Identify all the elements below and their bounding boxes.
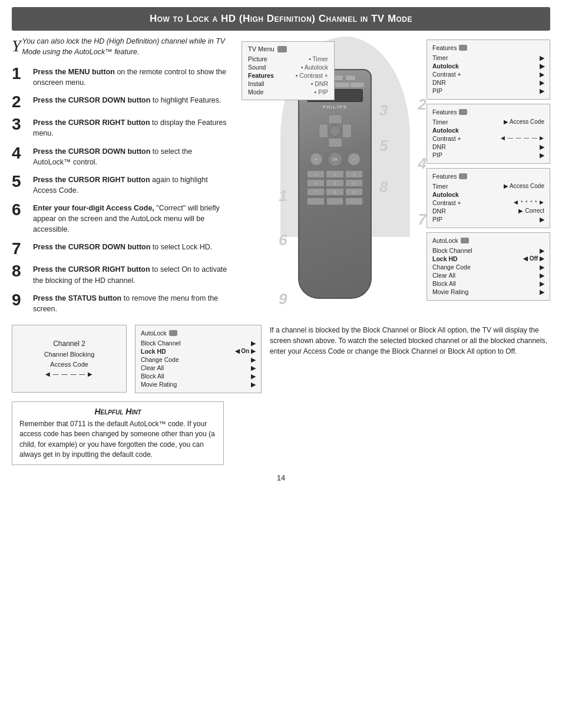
hint-title: Helpful Hint [19, 407, 216, 416]
fp1-row-pip: PIP▶ [432, 87, 544, 95]
remote-small-3 [335, 83, 349, 87]
fp1-contrast-arrow: ▶ [540, 71, 544, 78]
cb-label1: Channel Blocking [21, 351, 118, 358]
al1-label: AutoLock [432, 237, 458, 244]
fp2-dnr-arrow: ▶ [540, 143, 544, 150]
tv-row-right-3: • Contrast + [296, 72, 328, 79]
step-number-5: 5 [12, 173, 28, 190]
fp3-timer: Timer [432, 183, 448, 190]
al1-mr-arrow: ▶ [540, 288, 544, 295]
al1-clear-all: Clear All▶ [432, 271, 544, 279]
page-header: How to Lock a HD (High Definition) Chann… [12, 7, 550, 31]
left-column: Y You can also lock the HD (High Definit… [12, 37, 230, 320]
fp2-dnr: DNR [432, 143, 446, 150]
fp2-timer-val: ▶ Access Code [504, 118, 544, 126]
bottom-section: Channel 2 Channel Blocking Access Code ◀… [0, 320, 562, 393]
cb-label2: Access Code [21, 361, 118, 368]
al1-ca-label: Clear All [432, 272, 455, 279]
al2-lh-label: Lock HD [141, 348, 166, 355]
step-number-7: 7 [12, 241, 28, 257]
remote-vol-down: − [348, 153, 361, 166]
step-7-rest: to select Lock HD. [153, 243, 212, 251]
al1-lh-val: ◀ Off ▶ [523, 255, 544, 262]
step-number-2: 2 [12, 94, 28, 110]
fp2-row-dnr: DNR▶ [432, 143, 544, 151]
fp3-dnr: DNR [432, 207, 446, 215]
fp3-row-autolock: Autolock [432, 190, 544, 199]
al2-mr-label: Movie Rating [141, 381, 177, 388]
al2-title: AutoLock [141, 330, 256, 337]
step-number-1: 1 [12, 65, 28, 82]
features-panel-2: Features Timer▶ Access Code Autolock Con… [427, 104, 550, 164]
right-panels: Features Timer▶ Autolock▶ Contrast +▶ DN… [427, 39, 550, 301]
step-5: 5 Press the CURSOR RIGHT button again to… [12, 173, 230, 196]
fp3-label: Features [432, 173, 457, 180]
intro-body: You can also lock the HD (High Definitio… [22, 37, 226, 56]
step-1-bold: Press the MENU button [33, 68, 115, 76]
al2-block-channel: Block Channel▶ [141, 339, 256, 347]
num-4: 4 [307, 179, 325, 187]
channel-block-panel: Channel 2 Channel Blocking Access Code ◀… [12, 325, 127, 393]
step-text-9: Press the STATUS button to remove the me… [33, 292, 230, 314]
al2-cc-arrow: ▶ [251, 356, 256, 363]
fp3-contrast: Contrast + [432, 199, 461, 206]
fp1-autolock-arrow: ▶ [540, 62, 544, 70]
autolock-panel-2: AutoLock Block Channel▶ Lock HD ◀ On ▶ C… [135, 325, 262, 393]
al1-cc-label: Change Code [432, 263, 471, 271]
step-4-bold: Press the CURSOR DOWN button [33, 147, 150, 156]
diag-step-4: 4 [418, 154, 427, 173]
fp2-autolock: Autolock [432, 127, 459, 134]
al2-block-all: Block All▶ [141, 372, 256, 380]
fp2-row-timer: Timer▶ Access Code [432, 118, 544, 126]
fp1-icon [459, 45, 467, 51]
diag-step-3: 3 [379, 101, 388, 120]
num-8: 8 [326, 188, 343, 196]
fp3-pip-arrow: ▶ [540, 216, 544, 223]
fp3-row-pip: PIP▶ [432, 215, 544, 223]
features-panel-3: Features Timer▶ Access Code Autolock Con… [427, 168, 550, 228]
diag-step-9: 9 [279, 290, 287, 308]
fp1-autolock: Autolock [432, 62, 459, 70]
autolock-panel-1: AutoLock Block Channel▶ Lock HD ◀ Off ▶ … [427, 232, 550, 301]
al1-lock-hd: Lock HD ◀ Off ▶ [432, 255, 544, 263]
tv-menu-row-1: Picture • Timer [248, 55, 328, 63]
fp1-dnr-arrow: ▶ [540, 79, 544, 86]
al1-block-channel: Block Channel▶ [432, 246, 544, 255]
step-text-2: Press the CURSOR DOWN button to highligh… [33, 94, 222, 106]
step-text-8: Press the CURSOR RIGHT button to select … [33, 263, 230, 285]
tv-row-right-2: • Autolock [301, 64, 328, 71]
remote-btn-status [307, 197, 324, 205]
tv-menu-row-4: Install • DNR [248, 80, 328, 88]
tv-menu-row-2: Sound • Autolock [248, 63, 328, 71]
fp1-row-dnr: DNR▶ [432, 78, 544, 87]
fp1-row-autolock: Autolock▶ [432, 62, 544, 70]
dpad-center [329, 125, 341, 137]
intro-text: Y You can also lock the HD (High Definit… [12, 37, 230, 57]
step-6-bold: Enter your four-digit Access Code, [33, 204, 154, 212]
al1-lh-label: Lock HD [432, 255, 458, 262]
dpad-right [342, 124, 352, 138]
num-5: 5 [326, 179, 343, 187]
remote-bottom-row [307, 197, 362, 205]
step-number-6: 6 [12, 202, 28, 218]
al1-cc-arrow: ▶ [540, 263, 544, 271]
tv-row-left-1: Picture [248, 55, 267, 62]
fp1-title: Features [432, 44, 544, 51]
al1-movie-rating: Movie Rating▶ [432, 288, 544, 296]
tv-row-left-3: Features [248, 72, 274, 79]
right-column: TV Menu Picture • Timer Sound • Autolock… [239, 37, 550, 320]
fp1-row-timer: Timer▶ [432, 54, 544, 62]
tv-menu-panel: TV Menu Picture • Timer Sound • Autolock… [242, 41, 335, 100]
num-3: 3 [345, 170, 363, 178]
fp1-timer-arrow: ▶ [540, 54, 544, 61]
tv-row-left-2: Sound [248, 64, 266, 71]
al1-bc-arrow: ▶ [540, 247, 544, 254]
step-9: 9 Press the STATUS button to remove the … [12, 292, 230, 314]
al1-block-all: Block All▶ [432, 279, 544, 288]
diag-step-1: 1 [279, 187, 287, 205]
remote-body: PHILIPS + OK − 1 2 [298, 69, 372, 299]
al2-movie-rating: Movie Rating▶ [141, 380, 256, 388]
remote-numpad: 1 2 3 4 5 6 7 8 9 [307, 170, 362, 196]
remote-brand-label: PHILIPS [323, 104, 348, 110]
al1-bc-label: Block Channel [432, 247, 472, 254]
